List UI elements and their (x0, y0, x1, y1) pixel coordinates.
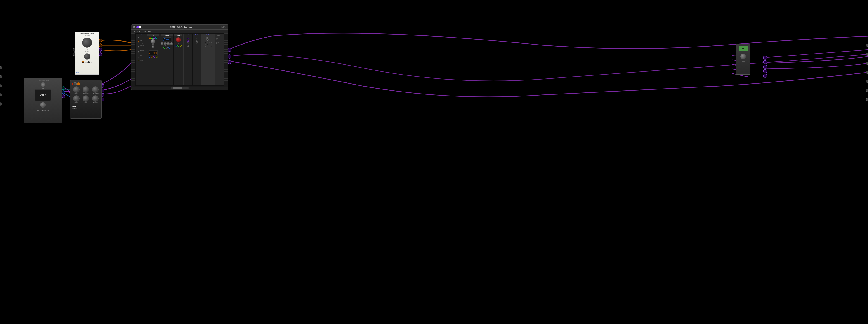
params-cell-3: 3 (209, 42, 211, 43)
host-audio-ports (187, 37, 189, 47)
host-audio-port-4[interactable] (187, 45, 189, 47)
host-audio-port-3[interactable] (187, 42, 189, 44)
adsr-decay-knob[interactable] (164, 42, 166, 45)
vco-title: VCO (147, 34, 159, 36)
mda-decay-knob[interactable] (73, 86, 80, 93)
audio-cv-module: AUDIO TO CV PITCH Sensitivity 3.0% OCTAV… (74, 32, 99, 74)
rack-rail-left (131, 33, 135, 86)
cardinal-on-toggle[interactable]: ON (133, 26, 141, 28)
host-midi-port-after-jack[interactable] (138, 45, 140, 46)
vca-port-in[interactable] (175, 45, 177, 46)
mda-rate-knob[interactable] (83, 95, 89, 102)
adsr-port-out[interactable] (168, 47, 170, 48)
mda-depth-knob[interactable] (73, 95, 80, 102)
vco-freq-knob[interactable] (151, 39, 155, 43)
mda-icons (74, 83, 80, 85)
host-params-map-name: Host Params Map (205, 35, 212, 37)
host-midi-port-pitch-jack[interactable] (138, 47, 140, 49)
audio-cv-port-2[interactable] (88, 61, 90, 64)
adsr-port-retrig[interactable] (166, 47, 168, 48)
host-midi-port-stop-jack[interactable] (138, 55, 140, 57)
host-params-port-1[interactable] (196, 37, 198, 39)
mda-hardness-knob[interactable] (92, 86, 98, 93)
host-midi-port-vpo-jack[interactable] (138, 37, 140, 39)
output-main-knob[interactable] (740, 54, 746, 59)
mda-treble-knob[interactable] (92, 95, 98, 102)
vco-wave-4[interactable] (155, 37, 157, 39)
cardinal-menu-file[interactable]: File (133, 31, 135, 32)
vco-port-sync[interactable] (153, 56, 155, 58)
host-midi-port-cont-jack[interactable] (138, 57, 140, 59)
adsr-attack-knob[interactable] (161, 42, 163, 45)
mda-treble-label: TREBLE (93, 102, 97, 103)
params-cell-5: 13 (205, 44, 206, 46)
midi-gen-knob[interactable] (40, 102, 46, 107)
adsr-port-gate[interactable] (163, 47, 165, 48)
audio-cv-pct-label: 3.0% (86, 49, 88, 51)
host-params-map-port-lecvs-jack[interactable] (206, 37, 208, 39)
host-audio-port-2[interactable] (187, 40, 189, 42)
cardinal-bottom-bar (131, 87, 228, 90)
cardinal-menu-view[interactable]: View (143, 31, 146, 32)
params-cell-9: 21 (205, 46, 206, 48)
svg-point-11 (866, 98, 868, 101)
mda-icon-1 (74, 83, 76, 85)
svg-point-6 (866, 53, 868, 56)
vco-pw-knob[interactable] (152, 45, 154, 48)
host-midi-port-vel-jack[interactable] (138, 42, 140, 44)
host-midi-port-gate: Gate (138, 40, 144, 41)
on-switch[interactable] (136, 26, 141, 28)
host-midi-label-cont: Cont (140, 58, 142, 59)
vco-wave-3[interactable] (153, 37, 155, 39)
mda-release-knob[interactable] (83, 86, 89, 93)
cardinal-menu-help[interactable]: Help (148, 31, 151, 32)
mda-knobs-top: DECAY RELEASE HARDNESS (72, 86, 100, 94)
host-midi-label-vpo: VPO (140, 38, 142, 39)
rack-modules-area: Cardinal Host MIDI VPO Gate (135, 33, 224, 86)
cardinal-scrollbar[interactable] (170, 88, 189, 89)
vca-level-knob[interactable] (176, 37, 181, 42)
output-display: nf (739, 45, 748, 51)
text-module-line-4: the d... (216, 39, 219, 40)
vco-port-voct[interactable] (149, 56, 150, 58)
host-midi-label-pitch: Pitchbend (140, 48, 144, 48)
host-midi-port-gate-jack[interactable] (138, 40, 140, 41)
mda-rate-group: RATE (83, 95, 89, 103)
mda-icon-2[interactable] (77, 83, 80, 85)
rack-module-host-audio: Cardinal Host Audio (183, 34, 192, 86)
host-midi-port-mod: Mod Wheel (138, 50, 144, 52)
audio-cv-port-label-1: INS (85, 62, 87, 63)
adsr-sustain-knob[interactable] (167, 42, 170, 45)
vco-port-fm[interactable] (151, 56, 153, 58)
mda-decay-group: DECAY (73, 86, 80, 94)
cardinal-menu-edit[interactable]: Edit (137, 31, 140, 32)
host-midi-port-retrig-jack[interactable] (138, 60, 140, 61)
adsr-s-label: S (168, 45, 168, 46)
audio-cv-sensitivity-knob[interactable] (82, 38, 92, 48)
host-midi-label-gate: Gate (140, 40, 142, 41)
vca-port-out[interactable] (180, 45, 182, 46)
vco-wave-1[interactable] (149, 37, 151, 39)
params-cell-12: 24 (211, 46, 212, 48)
adsr-release-knob[interactable] (170, 42, 173, 45)
audio-cv-octave-knob[interactable] (84, 53, 90, 60)
host-midi-port-start-jack[interactable] (138, 52, 140, 54)
params-cell-7: 15 (209, 44, 211, 46)
host-midi-port-mod-jack[interactable] (138, 50, 140, 52)
vco-port-out[interactable] (156, 56, 158, 58)
host-params-port-2[interactable] (196, 40, 198, 42)
vco-pw-label: PW (152, 48, 154, 50)
host-midi-port-cont: Cont (138, 57, 144, 59)
vco-wave-2[interactable] (151, 37, 153, 39)
cardinal-mini-window[interactable]: ON DISTRHO | Cardinal Mini 60.0 fps File… (131, 24, 228, 90)
midi-gen-label: MIDI Generator (37, 109, 49, 111)
params-cell-2: 2 (207, 42, 209, 43)
rack-module-text: The audio integr... it-ha- the d... A fo… (215, 34, 224, 86)
host-audio-port-1[interactable] (187, 37, 189, 39)
audio-cv-port-1[interactable] (82, 61, 84, 64)
host-params-map-port-right-jack[interactable] (206, 39, 208, 41)
vca-port-cv[interactable] (178, 45, 179, 46)
cardinal-scrollbar-thumb[interactable] (173, 88, 182, 89)
midi-gen-logo-knob[interactable] (41, 82, 45, 87)
host-params-port-3[interactable] (196, 42, 198, 44)
